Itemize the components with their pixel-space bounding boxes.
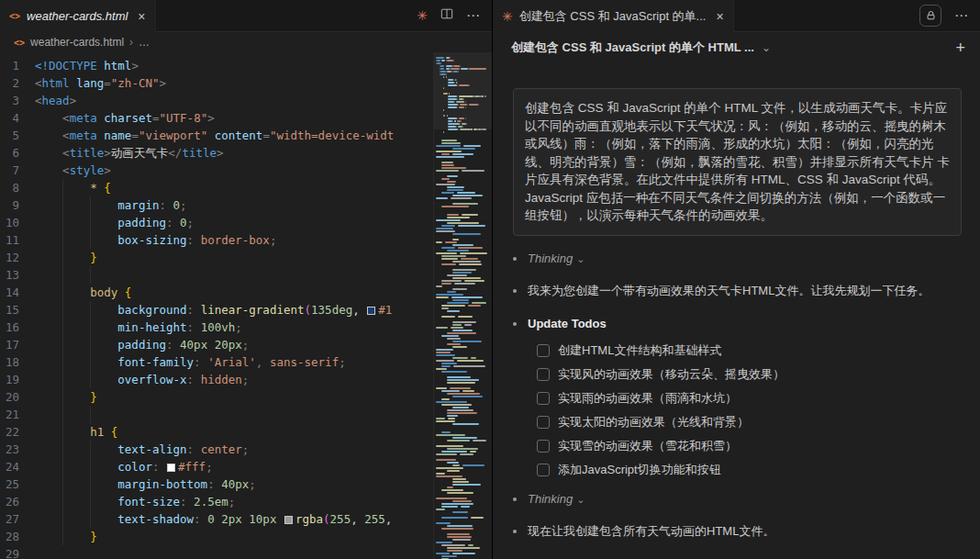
code-token: </	[168, 146, 182, 160]
chevron-down-icon: ⌄	[576, 253, 585, 264]
breadcrumb[interactable]: <> weather-cards.html › …	[0, 32, 492, 52]
code-line: 13	[0, 266, 433, 284]
close-tab-icon[interactable]: ×	[138, 9, 145, 24]
line-content: * {	[35, 179, 433, 196]
todo-checkbox[interactable]	[537, 440, 550, 453]
code-token: charset	[97, 111, 152, 125]
more-actions-icon[interactable]: ⋯	[954, 7, 969, 24]
todo-item: 实现雨的动画效果（雨滴和水坑）	[537, 392, 962, 405]
line-content: overflow-x: hidden;	[35, 371, 433, 388]
code-token: ;	[180, 198, 187, 212]
code-token: linear-gradient	[194, 303, 304, 317]
indent-guide	[62, 336, 63, 353]
code-token	[35, 111, 62, 125]
split-editor-icon[interactable]	[440, 7, 453, 24]
line-number: 25	[0, 475, 35, 493]
todo-checkbox[interactable]	[537, 344, 550, 357]
code-token: #fff	[178, 460, 206, 474]
todos-heading: Update Todos	[513, 315, 962, 332]
code-token: style	[70, 163, 105, 177]
indent-guide	[62, 493, 63, 510]
code-token: >	[160, 76, 167, 90]
indent-guide	[62, 371, 63, 388]
lock-icon[interactable]	[919, 5, 941, 27]
line-number: 7	[0, 162, 35, 179]
line-content	[35, 266, 433, 284]
todo-checkbox[interactable]	[537, 392, 550, 405]
indent-guide	[90, 266, 91, 284]
minimap[interactable]	[433, 52, 492, 559]
code-line: 26 font-size: 2.5em;	[0, 493, 433, 510]
code-token: <	[62, 111, 70, 125]
todo-label: 创建HTML文件结构和基础样式	[558, 342, 721, 359]
thinking-item[interactable]: Thinking⌄	[513, 490, 962, 509]
breadcrumb-file[interactable]: weather-cards.html	[30, 36, 124, 49]
indent-guide	[90, 441, 91, 458]
line-content: padding: 0;	[35, 214, 433, 231]
todo-checkbox[interactable]	[537, 368, 550, 381]
indent-guide	[62, 249, 63, 266]
line-number: 23	[0, 441, 35, 458]
indent-guide	[90, 336, 91, 353]
line-number: 14	[0, 284, 35, 301]
line-number: 16	[0, 319, 35, 336]
code-token: ;	[235, 320, 242, 334]
indent-guide	[90, 475, 91, 493]
indent-guide	[90, 493, 91, 510]
code-token	[35, 477, 117, 491]
code-token	[35, 373, 117, 386]
code-token: content	[207, 129, 262, 142]
code-token: 2.5em	[187, 495, 228, 509]
line-number: 24	[0, 458, 35, 475]
code-editor[interactable]: 1<!DOCTYPE html>2<html lang="zh-CN">3<he…	[0, 52, 492, 559]
more-actions-icon[interactable]: ⋯	[466, 7, 481, 24]
code-token	[35, 495, 117, 509]
tab-weather-cards[interactable]: <> weather-cards.html ×	[0, 0, 156, 32]
line-content: margin: 0;	[35, 196, 433, 214]
code-token: html	[42, 76, 70, 90]
code-token	[35, 512, 117, 526]
line-number: 6	[0, 144, 35, 162]
minimap-viewport[interactable]	[434, 52, 492, 129]
chat-items: Thinking⌄我来为您创建一个带有动画效果的天气卡HTML文件。让我先规划一…	[513, 250, 962, 540]
chat-body[interactable]: 创建包含 CSS 和 JavaScript 的单个 HTML 文件，以生成动画天…	[493, 62, 980, 559]
code-token: :	[187, 442, 195, 456]
indent-guide	[62, 388, 63, 406]
code-token: 0	[173, 216, 187, 229]
claude-icon[interactable]: ✳	[417, 8, 428, 23]
line-content: text-shadow: 0 2px 10px rgba(255, 255,	[35, 510, 433, 528]
code-line: 29	[0, 545, 433, 559]
code-token: text-shadow	[117, 512, 194, 526]
todo-checkbox[interactable]	[537, 464, 550, 476]
code-token: font-family	[117, 355, 194, 369]
thinking-item[interactable]: Thinking⌄	[513, 250, 962, 268]
todo-item: 实现太阳的动画效果（光线和背景）	[537, 416, 962, 429]
tab-claude-session[interactable]: ✳ 创建包含 CSS 和 JavaScript 的单... ×	[493, 0, 734, 32]
new-session-button[interactable]: +	[955, 39, 965, 56]
session-title[interactable]: 创建包含 CSS 和 JavaScript 的单个 HTML ...	[511, 39, 754, 56]
line-content: <!DOCTYPE html>	[35, 57, 433, 74]
breadcrumb-more[interactable]: …	[139, 36, 150, 49]
indent-guide	[90, 510, 91, 528]
chevron-down-icon[interactable]: ⌄	[762, 41, 771, 54]
line-number: 15	[0, 301, 35, 319]
close-tab-icon[interactable]: ×	[716, 9, 723, 24]
editor-tab-bar: <> weather-cards.html × ✳ ⋯	[0, 0, 492, 32]
code-line: 5 <meta name="viewport" content="width=d…	[0, 127, 433, 144]
claude-panel: ✳ 创建包含 CSS 和 JavaScript 的单... × ⋯ 创建包含 C…	[493, 0, 980, 559]
code-token: "viewport"	[139, 129, 207, 142]
todo-checkbox[interactable]	[537, 416, 550, 429]
line-number: 20	[0, 388, 35, 406]
line-number: 26	[0, 493, 35, 510]
code-token: ;	[242, 338, 250, 352]
panel-tab-bar: ✳ 创建包含 CSS 和 JavaScript 的单... × ⋯	[493, 0, 980, 32]
code-token: min-height	[117, 320, 186, 334]
line-number: 22	[0, 423, 35, 441]
indent-guide	[90, 319, 91, 336]
indent-guide	[90, 301, 91, 319]
message-text: Update Todos	[528, 315, 607, 332]
code-token: :	[166, 338, 173, 352]
code-lines[interactable]: 1<!DOCTYPE html>2<html lang="zh-CN">3<he…	[0, 52, 433, 559]
code-line: 18 font-family: 'Arial', sans-serif;	[0, 353, 433, 371]
line-content: <head>	[35, 92, 433, 109]
